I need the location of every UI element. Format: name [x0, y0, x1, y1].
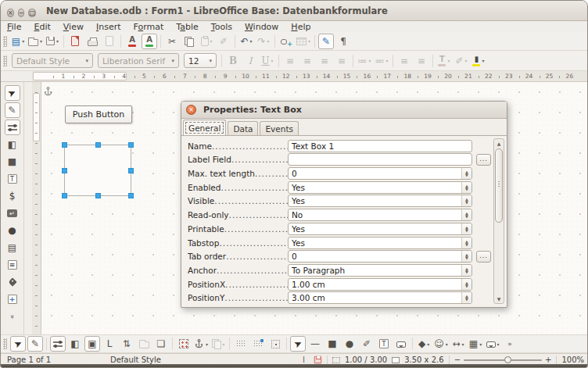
chevron-down-icon[interactable]: ▾ [210, 38, 213, 44]
change-anchor-button[interactable]: ▾ [193, 336, 209, 352]
label-field-control[interactable] [5, 274, 20, 290]
zoom-slider[interactable] [464, 359, 542, 361]
tab-order-button[interactable] [176, 336, 192, 352]
new-form-document-button[interactable]: ▤▾ [10, 34, 26, 49]
chevron-down-icon[interactable]: ▾ [206, 58, 212, 64]
form-properties-button[interactable]: ◧ [67, 336, 83, 352]
resize-handle-top-middle[interactable] [95, 142, 101, 148]
form-design-mode-button[interactable]: ✎ [318, 34, 334, 49]
spinner-positionx[interactable]: ▲▼ [461, 279, 471, 290]
push-button-control[interactable]: ■ [5, 154, 20, 170]
design-mode-button[interactable]: ✎ [5, 102, 20, 118]
undo-button[interactable]: ↶▾ [238, 34, 254, 49]
chevron-down-icon[interactable]: ▾ [22, 38, 24, 44]
display-grid-button[interactable] [233, 336, 249, 352]
scrollbar-thumb[interactable] [495, 148, 503, 223]
horizontal-ruler[interactable]: 1234567891011121314151617181920212223242… [32, 71, 587, 82]
resize-handle-bottom-left[interactable] [62, 193, 67, 198]
symbol-shapes-button[interactable]: ☺▾ [433, 336, 449, 352]
spin-down-icon[interactable]: ▼ [465, 284, 468, 288]
spinner-enabled[interactable]: ▲▼ [461, 182, 471, 193]
chevron-down-icon[interactable]: ▾ [40, 38, 42, 44]
menu-item-table[interactable]: Table [176, 22, 198, 32]
resize-handle-middle-left[interactable] [62, 168, 67, 173]
resize-handle-bottom-middle[interactable] [95, 193, 101, 198]
helplines-while-moving-button[interactable] [267, 336, 283, 352]
control-properties-button[interactable]: ▣ [84, 336, 100, 352]
dialog-close-icon[interactable]: × [186, 105, 196, 115]
currency-field-control[interactable]: $ [5, 188, 20, 204]
more-controls-button[interactable] [5, 291, 20, 307]
form-design-canvas[interactable]: Push Button × Properties: Text Box G [41, 82, 587, 334]
minimize-window-button[interactable]: − [18, 9, 25, 17]
property-field-tabstop[interactable]: Yes▲▼ [288, 237, 472, 249]
spin-down-icon[interactable]: ▼ [465, 243, 468, 246]
chevron-down-icon[interactable]: ▾ [308, 38, 310, 44]
snap-to-grid-button[interactable] [250, 336, 266, 352]
chevron-down-icon[interactable]: ▾ [385, 58, 388, 63]
menu-item-window[interactable]: Window [245, 22, 278, 32]
ellipsis-button-tab-order[interactable]: ... [476, 251, 491, 263]
spinner-visible[interactable]: ▲▼ [461, 195, 471, 206]
tab-events[interactable]: Events [260, 121, 299, 135]
form-design-window-button[interactable]: ❏ [153, 336, 169, 352]
chevron-down-icon[interactable]: ▾ [482, 58, 484, 63]
spin-down-icon[interactable]: ▼ [465, 270, 468, 273]
spinner-tabstop[interactable]: ▲▼ [461, 238, 471, 248]
export-pdf-button[interactable] [67, 34, 83, 49]
spinner-positiony[interactable]: ▲▼ [461, 292, 471, 303]
toolbar-grip[interactable] [3, 36, 7, 47]
save-button[interactable]: ▾ [45, 34, 60, 49]
property-field-visible[interactable]: Yes▲▼ [288, 195, 472, 207]
title-bar[interactable]: ×−□ New Database.odb : Form1 - LibreOffi… [1, 1, 587, 21]
zoom-in-button[interactable]: + [545, 355, 551, 364]
push-button-control-object[interactable]: Push Button [65, 105, 132, 123]
menu-item-tools[interactable]: Tools [211, 22, 232, 32]
control-wizards-button[interactable] [50, 336, 66, 352]
insert-rectangle-button[interactable]: ■ [324, 336, 340, 352]
list-box-control[interactable]: ▤ [5, 240, 20, 255]
property-field-printable[interactable]: Yes▲▼ [288, 223, 472, 235]
chevron-down-icon[interactable]: ▾ [446, 341, 448, 347]
vertical-ruler[interactable] [32, 82, 41, 334]
chevron-down-icon[interactable]: ▾ [206, 341, 208, 347]
background-color-button[interactable]: ▮▾ [471, 53, 486, 69]
spinner-anchor[interactable]: ▲▼ [461, 265, 471, 276]
property-field-tab-order[interactable]: 0▲▼ [288, 250, 472, 263]
spinner-max-text-length[interactable]: ▲▼ [461, 168, 471, 179]
close-window-button[interactable]: × [7, 9, 14, 17]
spin-down-icon[interactable]: ▼ [465, 173, 468, 177]
open-button[interactable]: ▾ [27, 34, 43, 49]
zoom-slider-knob[interactable] [504, 356, 511, 363]
property-field-name[interactable]: Text Box 1 [288, 140, 472, 152]
flowchart-shapes-button[interactable]: ▦▾ [468, 336, 483, 352]
tab-general[interactable]: General [183, 120, 226, 135]
scroll-up-icon[interactable]: ▲ [494, 139, 504, 148]
combo-box-control[interactable] [5, 257, 20, 273]
chevron-down-icon[interactable]: ▾ [223, 341, 225, 347]
formatting-marks-button[interactable]: ¶ [335, 34, 351, 49]
text-box-outline[interactable] [64, 145, 131, 196]
chevron-down-icon[interactable]: ▾ [427, 341, 429, 347]
insert-hyperlink-button[interactable] [278, 34, 294, 49]
property-field-label-field[interactable] [288, 153, 472, 166]
basic-shapes-button[interactable]: ◆▾ [416, 336, 432, 352]
resize-handle-top-right[interactable] [128, 142, 134, 148]
insert-text-box-button[interactable] [376, 336, 392, 352]
block-arrows-button[interactable]: ↔▾ [450, 336, 466, 352]
menu-item-file[interactable]: File [7, 22, 21, 32]
print-button[interactable] [84, 34, 100, 49]
spin-down-icon[interactable]: ▼ [465, 201, 468, 204]
property-field-anchor[interactable]: To Paragraph▲▼ [288, 264, 472, 277]
zoom-out-button[interactable]: − [454, 355, 461, 364]
font-size-combo[interactable]: 12▾ [184, 53, 217, 68]
tab-data[interactable]: Data [228, 121, 258, 135]
menu-item-view[interactable]: View [63, 22, 84, 32]
menu-item-edit[interactable]: Edit [34, 22, 50, 32]
highlighting-on-button[interactable]: A [142, 34, 157, 49]
spin-down-icon[interactable]: ▼ [465, 256, 468, 259]
text-box-control[interactable] [5, 171, 20, 187]
chevron-down-icon[interactable]: ▾ [56, 38, 59, 44]
control-wizards-button[interactable] [5, 120, 20, 135]
select-tool-button[interactable]: ➤ [5, 85, 20, 101]
